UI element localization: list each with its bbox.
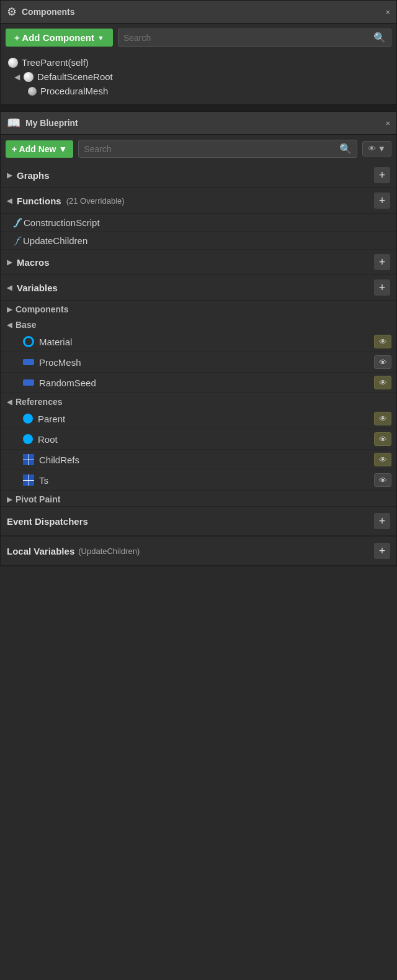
childrefs-eye-button[interactable]: 👁 [374, 453, 391, 466]
sub-section-components[interactable]: ▶ Components [1, 301, 396, 316]
var-item-proc-mesh[interactable]: ProcMesh 👁 [1, 352, 396, 373]
functions-label: Functions [17, 196, 61, 206]
random-seed-eye-button[interactable]: 👁 [374, 376, 391, 389]
var-item-root[interactable]: Root 👁 [1, 429, 396, 450]
variables-add-button[interactable]: + [374, 279, 390, 296]
sub-section-base[interactable]: ◀ Base [1, 316, 396, 332]
add-component-button[interactable]: + Add Component ▼ [6, 29, 113, 47]
tree-item-defaultsceneroot[interactable]: ◀ DefaultSceneRoot [1, 70, 396, 84]
parent-icon [23, 414, 33, 424]
func-item-update-children[interactable]: 𝑓 UpdateChildren [1, 232, 396, 250]
components-panel-header: ⚙ Components × [1, 1, 396, 24]
random-seed-icon [23, 379, 34, 386]
sphere-icon [8, 58, 18, 68]
var-item-label: RandomSeed [39, 378, 96, 388]
material-eye-icon: 👁 [379, 337, 387, 347]
var-item-label: Root [38, 434, 58, 445]
my-blueprint-panel-close[interactable]: × [385, 119, 390, 128]
var-item-parent[interactable]: Parent 👁 [1, 409, 396, 429]
tree-item-treeparent[interactable]: TreeParent(self) [1, 55, 396, 70]
macros-label: Macros [17, 257, 50, 268]
add-new-arrow: ▼ [58, 144, 67, 154]
eye-dropdown-button[interactable]: 👁 ▼ [362, 141, 391, 157]
var-item-label: Ts [39, 475, 48, 486]
parent-eye-button[interactable]: 👁 [374, 412, 391, 425]
macros-section-header[interactable]: ▶ Macros + [1, 250, 396, 275]
macros-add-button[interactable]: + [374, 254, 390, 270]
graphs-section-header[interactable]: ▶ Graphs + [1, 163, 396, 188]
components-search-input[interactable] [123, 33, 370, 43]
components-toolbar: + Add Component ▼ 🔍 [1, 24, 396, 52]
my-blueprint-search-input[interactable] [84, 144, 336, 154]
proc-mesh-eye-button[interactable]: 👁 [374, 355, 391, 369]
ts-eye-icon: 👁 [379, 476, 387, 485]
sub-section-pivot-paint[interactable]: ▶ Pivot Paint [1, 491, 396, 506]
material-eye-button[interactable]: 👁 [374, 335, 391, 348]
graphs-label: Graphs [17, 170, 50, 181]
sub-section-references-label: References [16, 397, 63, 407]
macros-arrow-icon: ▶ [7, 258, 12, 266]
local-variables-add-button[interactable]: + [374, 543, 390, 559]
func-item-label: UpdateChildren [23, 235, 87, 246]
var-item-label: ChildRefs [39, 455, 79, 465]
random-seed-eye-icon: 👁 [379, 378, 387, 388]
sub-section-pivot-paint-arrow: ▶ [7, 496, 12, 504]
proc-mesh-eye-icon: 👁 [379, 358, 387, 367]
my-blueprint-toolbar: + Add New ▼ 🔍 👁 ▼ [1, 135, 396, 163]
functions-badge: (21 Overridable) [66, 196, 125, 206]
functions-add-button[interactable]: + [374, 193, 390, 209]
add-new-button[interactable]: + Add New ▼ [6, 140, 73, 158]
local-variables-label: Local Variables [7, 546, 74, 556]
eye-dropdown-icon: 👁 [368, 144, 376, 153]
arrow-icon: ◀ [14, 73, 20, 81]
graphs-arrow-icon: ▶ [7, 171, 12, 179]
var-item-label: Material [39, 337, 72, 347]
tree-item-label: TreeParent(self) [22, 57, 89, 68]
local-variables-sublabel: (UpdateChildren) [78, 547, 140, 556]
my-blueprint-search-icon: 🔍 [339, 143, 352, 155]
sub-section-references[interactable]: ◀ References [1, 393, 396, 409]
sub-section-components-arrow: ▶ [7, 306, 12, 314]
local-variables-section[interactable]: Local Variables (UpdateChildren) + [1, 536, 396, 566]
sphere-small-icon [28, 87, 37, 96]
event-dispatchers-section[interactable]: Event Dispatchers + [1, 506, 396, 536]
add-new-label: + Add New [12, 144, 56, 154]
my-blueprint-panel: 📖 My Blueprint × + Add New ▼ 🔍 👁 ▼ ▶ Gra… [0, 111, 397, 566]
book-icon: 📖 [7, 116, 20, 130]
variables-section-header[interactable]: ◀ Variables + [1, 275, 396, 301]
var-item-childrefs[interactable]: ChildRefs 👁 [1, 450, 396, 470]
ts-eye-button[interactable]: 👁 [374, 473, 391, 487]
graphs-add-button[interactable]: + [374, 167, 390, 183]
parent-eye-icon: 👁 [379, 414, 387, 424]
add-component-label: + Add Component [14, 32, 94, 43]
components-panel-close[interactable]: × [385, 7, 390, 17]
tree-item-proceduralmesh[interactable]: ProceduralMesh [1, 84, 396, 98]
my-blueprint-search-box: 🔍 [78, 140, 357, 158]
var-item-ts[interactable]: Ts 👁 [1, 470, 396, 491]
eye-dropdown-arrow: ▼ [378, 144, 386, 153]
var-item-material[interactable]: Material 👁 [1, 332, 396, 352]
functions-section-header[interactable]: ◀ Functions (21 Overridable) + [1, 188, 396, 214]
add-component-arrow: ▼ [97, 34, 104, 42]
root-eye-button[interactable]: 👁 [374, 432, 391, 446]
var-item-random-seed[interactable]: RandomSeed 👁 [1, 373, 396, 393]
my-blueprint-panel-title: My Blueprint [25, 118, 380, 128]
panel-separator [0, 105, 397, 111]
event-dispatchers-add-button[interactable]: + [374, 513, 390, 529]
sub-section-components-label: Components [16, 304, 69, 314]
var-item-label: Parent [38, 414, 65, 424]
sub-section-references-arrow: ◀ [7, 398, 12, 406]
func-item-label: ConstructionScript [24, 217, 100, 228]
components-panel-title: Components [22, 7, 380, 17]
variables-label: Variables [17, 283, 58, 293]
func-item-construction-script[interactable]: 𝒇 ConstructionScript [1, 214, 396, 232]
components-icon: ⚙ [7, 5, 17, 19]
event-dispatchers-label: Event Dispatchers [7, 516, 88, 527]
var-item-label: ProcMesh [39, 357, 81, 368]
sub-section-base-label: Base [16, 320, 36, 330]
components-search-box: 🔍 [118, 29, 391, 47]
sub-section-pivot-paint-label: Pivot Paint [16, 494, 60, 504]
childrefs-icon [23, 454, 34, 465]
root-icon [23, 434, 33, 444]
component-tree: TreeParent(self) ◀ DefaultSceneRoot Proc… [1, 52, 396, 104]
